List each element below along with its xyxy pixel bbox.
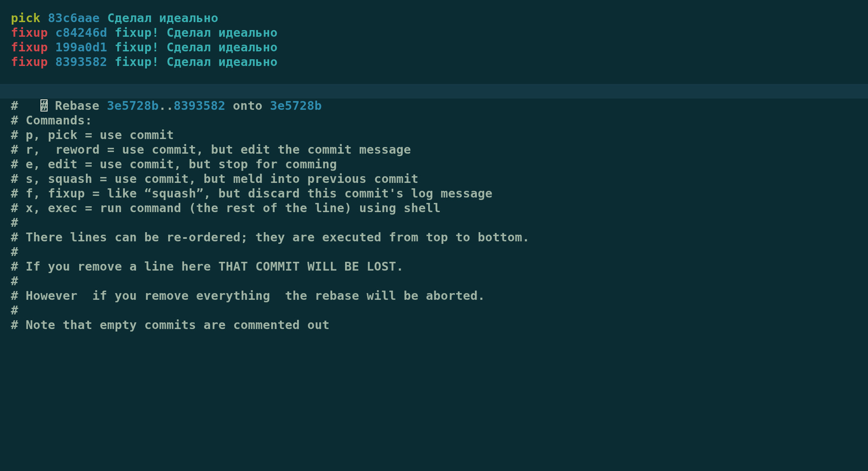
rebase-command: fixup [11, 40, 48, 54]
help-line: # Commands: [11, 113, 868, 128]
commit-hash: 199a0d1 [56, 40, 107, 54]
help-line: # Note that empty commits are commented … [11, 318, 868, 332]
commit-line: pick 83c6aae Сделал идеально [11, 11, 868, 25]
help-line: # [11, 215, 868, 230]
help-line: # There lines can be re-ordered; they ar… [11, 230, 868, 245]
commit-line: fixup 8393582 fixup! Сделал идеально [11, 55, 868, 69]
help-line: # p, pick = use commit [11, 128, 868, 142]
commit-line: fixup 199a0d1 fixup! Сделал идеально [11, 40, 868, 55]
help-line: # However if you remove everything the r… [11, 289, 868, 303]
git-rebase-todo-editor[interactable]: pick 83c6aae Сделал идеальноfixup c84246… [11, 11, 868, 332]
help-line: # [11, 303, 868, 318]
commit-hash: 8393582 [56, 55, 107, 69]
help-line: # e, edit = use commit, but stop for com… [11, 157, 868, 172]
help-line: # f, fixup = like “squash”, but discard … [11, 186, 868, 201]
commit-message: fixup! Сделал идеально [115, 40, 278, 54]
help-line: # [11, 274, 868, 289]
help-line: # s, squash = use commit, but meld into … [11, 172, 868, 186]
commit-message: fixup! Сделал идеально [115, 25, 278, 40]
commit-line: fixup c84246d fixup! Сделал идеально [11, 25, 868, 40]
commit-message: Сделал идеально [107, 11, 218, 25]
help-line: # r, reword = use commit, but edit the c… [11, 142, 868, 157]
rebase-command: fixup [11, 55, 48, 69]
text-cursor [40, 99, 48, 111]
commit-hash: 83c6aae [48, 11, 100, 25]
rebase-command: pick [11, 11, 40, 25]
blank-line [11, 69, 868, 84]
help-line: # If you remove a line here THAT COMMIT … [11, 259, 868, 274]
commit-hash: c84246d [56, 25, 107, 40]
rebase-header-line: # Rebase 3e5728b..8393582 onto 3e5728b [0, 84, 868, 99]
help-line: # x, exec = run command (the rest of the… [11, 201, 868, 215]
help-line: # [11, 245, 868, 259]
rebase-command: fixup [11, 25, 48, 40]
commit-message: fixup! Сделал идеально [115, 55, 278, 69]
